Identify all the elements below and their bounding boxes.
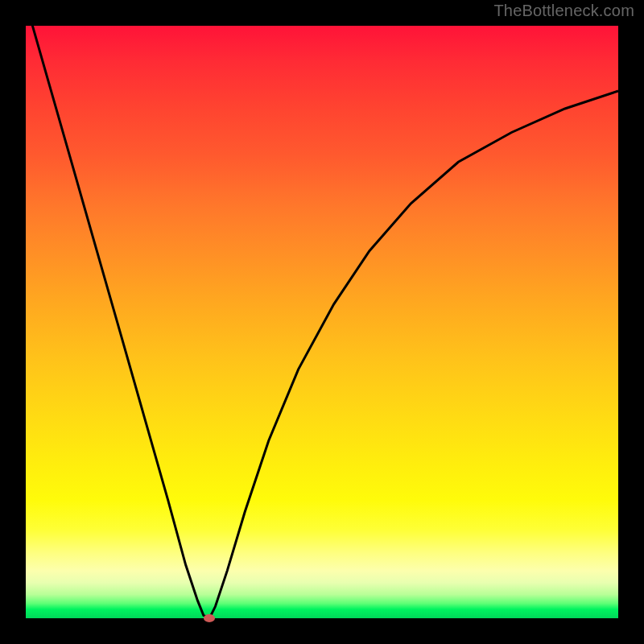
chart-container: TheBottleneck.com [0, 0, 644, 644]
curve-path [26, 2, 618, 618]
watermark-text: TheBottleneck.com [493, 2, 634, 20]
bottleneck-curve [26, 26, 618, 618]
plot-area [26, 26, 618, 618]
minimum-marker [204, 614, 215, 622]
